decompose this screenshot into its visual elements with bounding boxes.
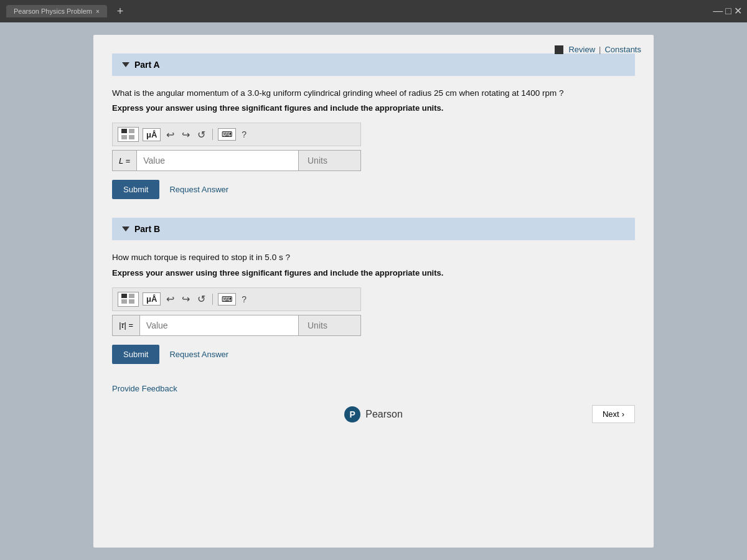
mu-label-b: μÅ bbox=[146, 294, 157, 304]
part-a-button-row: Submit Request Answer bbox=[112, 180, 635, 199]
top-right-links: Review | Constants bbox=[555, 45, 641, 54]
mu-button-a[interactable]: μÅ bbox=[143, 128, 161, 141]
part-b-request-answer-link[interactable]: Request Answer bbox=[169, 350, 228, 359]
browser-bar: Pearson Physics Problem × + — □ ✕ bbox=[0, 0, 747, 22]
refresh-button-a[interactable]: ↺ bbox=[195, 128, 207, 142]
close-window-button[interactable]: ✕ bbox=[734, 5, 742, 17]
part-b-button-row: Submit Request Answer bbox=[112, 345, 635, 364]
redo-button-b[interactable]: ↪ bbox=[180, 292, 192, 306]
toolbar-separator-b bbox=[212, 294, 213, 305]
keyboard-button-b[interactable]: ⌨ bbox=[218, 293, 236, 306]
undo-button-b[interactable]: ↩ bbox=[164, 292, 176, 306]
part-a-request-answer-link[interactable]: Request Answer bbox=[169, 185, 228, 194]
part-a-input-label: L = bbox=[113, 151, 137, 170]
footer-row: P Pearson Next › bbox=[112, 406, 635, 422]
part-b-question: How much torque is required to stop it i… bbox=[112, 251, 635, 264]
next-button[interactable]: Next › bbox=[592, 405, 635, 423]
help-button-b[interactable]: ? bbox=[240, 293, 248, 306]
undo-button-a[interactable]: ↩ bbox=[164, 128, 176, 142]
tab-label: Pearson Physics Problem bbox=[14, 7, 92, 15]
provide-feedback-link[interactable]: Provide Feedback bbox=[112, 384, 177, 393]
part-b-toolbar: μÅ ↩ ↪ ↺ ⌨ ? bbox=[112, 287, 361, 311]
grid-button-a[interactable] bbox=[118, 127, 139, 142]
tab-close-button[interactable]: × bbox=[96, 8, 100, 15]
part-b-value-input[interactable] bbox=[140, 315, 298, 335]
part-b-header: Part B bbox=[112, 218, 635, 240]
main-content: Review | Constants Part A What is the an… bbox=[0, 22, 747, 560]
keyboard-icon-a: ⌨ bbox=[222, 130, 232, 139]
pearson-logo: P Pearson bbox=[344, 406, 403, 422]
part-b-instruction: Express your answer using three signific… bbox=[112, 268, 635, 278]
next-label: Next bbox=[603, 409, 619, 419]
grid-button-b[interactable] bbox=[118, 292, 139, 307]
part-a-question: What is the angular momentum of a 3.0-kg… bbox=[112, 87, 635, 100]
pearson-label: Pearson bbox=[365, 409, 403, 420]
collapse-part-b-icon[interactable] bbox=[122, 226, 129, 231]
part-b-submit-button[interactable]: Submit bbox=[112, 345, 159, 364]
content-panel: Review | Constants Part A What is the an… bbox=[93, 35, 654, 548]
keyboard-button-a[interactable]: ⌨ bbox=[218, 128, 236, 141]
part-b-label: Part B bbox=[134, 224, 160, 234]
pipe-separator: | bbox=[599, 45, 601, 54]
part-a-value-input[interactable] bbox=[137, 151, 298, 170]
grid-icon-a bbox=[121, 129, 135, 140]
collapse-part-a-icon[interactable] bbox=[122, 62, 129, 67]
redo-button-a[interactable]: ↪ bbox=[180, 128, 192, 142]
constants-link[interactable]: Constants bbox=[604, 45, 641, 54]
mu-button-b[interactable]: μÅ bbox=[143, 292, 161, 306]
browser-tab[interactable]: Pearson Physics Problem × bbox=[6, 5, 107, 17]
new-tab-button[interactable]: + bbox=[117, 5, 124, 18]
part-a-header: Part A bbox=[112, 54, 635, 76]
part-b-input-row: |τ| = Units bbox=[112, 315, 361, 336]
part-a-submit-button[interactable]: Submit bbox=[112, 180, 159, 199]
provide-feedback-section: Provide Feedback bbox=[112, 383, 635, 394]
toolbar-separator-a bbox=[212, 129, 213, 140]
review-icon bbox=[555, 45, 563, 54]
part-b-units[interactable]: Units bbox=[298, 315, 360, 335]
question-mark-a: ? bbox=[242, 129, 247, 139]
review-link[interactable]: Review bbox=[568, 45, 595, 54]
grid-icon-b bbox=[121, 294, 135, 305]
part-a-toolbar: μÅ ↩ ↪ ↺ ⌨ ? bbox=[112, 123, 361, 146]
keyboard-icon-b: ⌨ bbox=[222, 295, 232, 304]
mu-label-a: μÅ bbox=[146, 130, 157, 139]
part-a-instruction: Express your answer using three signific… bbox=[112, 103, 635, 113]
part-a-units[interactable]: Units bbox=[298, 151, 360, 170]
part-a-input-row: L = Units bbox=[112, 150, 361, 171]
help-button-a[interactable]: ? bbox=[240, 128, 248, 141]
pearson-p-icon: P bbox=[344, 406, 360, 422]
window-controls: — □ ✕ bbox=[708, 0, 747, 22]
restore-button[interactable]: □ bbox=[725, 5, 731, 17]
question-mark-b: ? bbox=[242, 294, 247, 304]
refresh-button-b[interactable]: ↺ bbox=[195, 292, 207, 306]
part-a-label: Part A bbox=[134, 60, 160, 70]
next-arrow-icon: › bbox=[622, 409, 624, 419]
part-b-input-label: |τ| = bbox=[113, 315, 140, 335]
minimize-button[interactable]: — bbox=[713, 5, 723, 17]
